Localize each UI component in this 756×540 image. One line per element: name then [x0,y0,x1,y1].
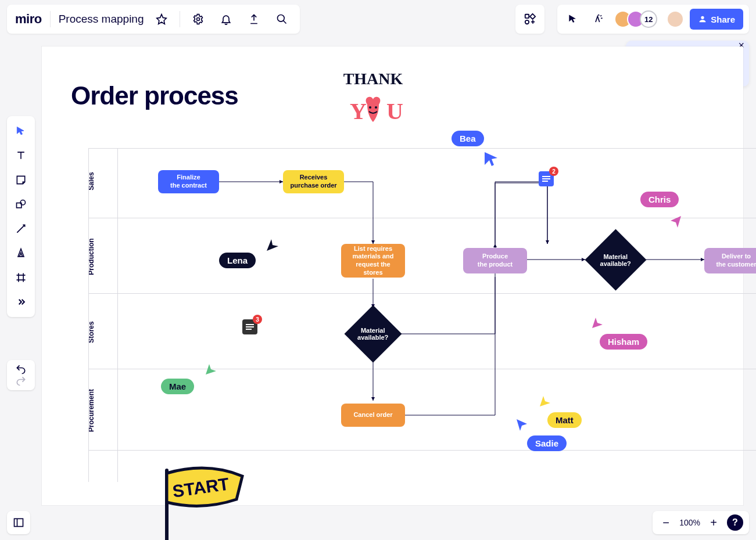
svg-point-13 [375,106,377,109]
svg-rect-20 [246,329,252,330]
zoom-bar: − 100% + ? [653,511,749,534]
select-tool[interactable] [9,120,33,143]
undo-redo-toolbar [7,360,35,390]
frames-panel-button[interactable] [7,511,30,534]
comment-count: 2 [549,167,558,176]
more-tools[interactable] [9,290,33,314]
shape-tool[interactable] [9,193,33,216]
undo-button[interactable] [15,363,27,375]
box-cancel[interactable]: Cancel order [341,404,405,427]
diagram-title[interactable]: Order process [71,81,238,110]
star-icon[interactable] [152,9,171,29]
svg-text:U: U [386,98,403,124]
box-receives[interactable]: Receivespurchase order [283,170,344,193]
topbar-left: miro Process mapping [7,5,300,34]
share-button[interactable]: Share [690,9,743,30]
cursor-lena: Lena [219,253,256,268]
cursor-arrow-icon [669,215,682,228]
zoom-out-button[interactable]: − [658,515,673,530]
participant-avatars[interactable]: 12 [614,10,657,28]
box-produce[interactable]: Producethe product [463,248,527,273]
box-list[interactable]: List requiresmaterials andrequest the st… [341,244,405,278]
svg-rect-21 [15,519,23,526]
cursor-arrow-icon [205,363,217,376]
cursor-matt: Matt [547,412,582,428]
cursor-arrow-icon [539,395,551,408]
reactions-icon[interactable] [589,9,608,29]
svg-rect-18 [246,324,254,325]
settings-icon[interactable] [188,9,208,29]
svg-marker-3 [530,14,535,19]
divider [50,11,51,27]
redo-button[interactable] [15,375,27,387]
share-label: Share [711,15,735,24]
line-tool[interactable] [9,217,33,240]
comment-count: 3 [253,315,262,324]
box-deliver[interactable]: Deliver tothe customer [704,248,756,273]
cursor-arrow-icon [483,151,500,167]
miro-logo[interactable]: miro [15,12,42,27]
user-avatar[interactable] [667,10,684,28]
svg-rect-16 [542,178,550,179]
cursor-chris: Chris [640,192,679,207]
box-finalize[interactable]: Finalizethe contract [158,170,219,193]
bell-icon[interactable] [216,9,236,29]
divider [180,11,180,27]
left-toolbar [7,116,35,317]
svg-point-12 [369,106,371,109]
pen-tool[interactable] [9,242,33,265]
top-bar: miro Process mapping [7,5,749,34]
svg-point-4 [525,20,529,24]
svg-rect-19 [246,326,254,327]
svg-text:Y: Y [350,98,367,124]
cursor-arrow-icon [591,316,604,329]
topbar-right: 12 Share [557,5,749,34]
comment-badge[interactable]: 3 [242,319,257,334]
comment-badge[interactable]: 2 [539,171,554,186]
board-title[interactable]: Process mapping [59,13,144,26]
zoom-in-button[interactable]: + [706,515,721,530]
help-button[interactable]: ? [727,514,743,531]
zoom-level[interactable]: 100% [679,518,700,527]
cursor-sadie: Sadie [527,435,567,451]
svg-point-1 [278,15,285,22]
search-icon[interactable] [272,9,292,29]
svg-rect-15 [542,176,550,177]
cursor-arrow-icon [266,238,280,252]
thankyou-sticker[interactable]: THANK Y U [335,64,411,134]
cursor-arrow-icon [515,418,528,431]
sticky-note-tool[interactable] [9,168,33,192]
cursor-icon[interactable] [563,9,583,29]
svg-text:THANK: THANK [343,70,403,88]
canvas[interactable]: Order process THANK Y U Sales Production… [42,46,743,505]
participant-count[interactable]: 12 [640,10,657,28]
cursor-bea: Bea [452,131,484,146]
cursor-hisham: Hisham [600,334,647,350]
apps-icon[interactable] [515,5,544,34]
text-tool[interactable] [9,144,33,167]
start-flag-sticker[interactable]: START [155,465,248,540]
svg-rect-17 [542,181,548,182]
svg-point-0 [197,18,200,21]
svg-rect-2 [525,15,529,18]
frame-tool[interactable] [9,266,33,289]
export-icon[interactable] [244,9,264,29]
cursor-mae: Mae [161,379,194,394]
